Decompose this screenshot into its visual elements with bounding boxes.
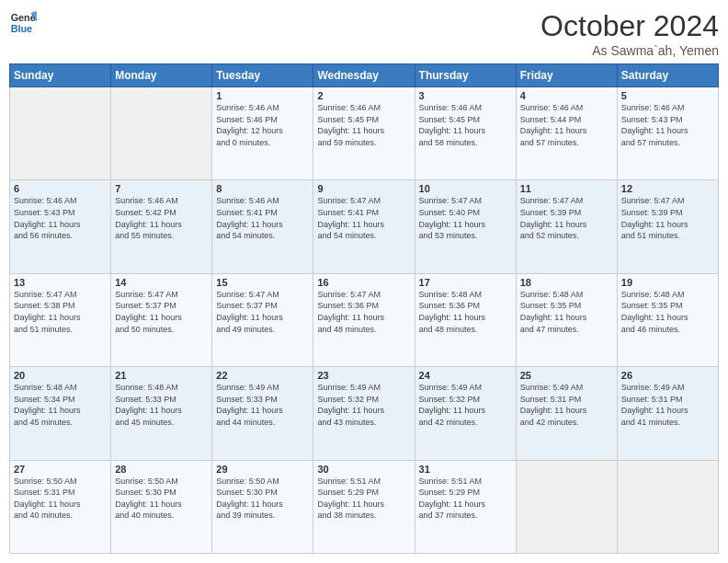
table-row: 6Sunrise: 5:46 AM Sunset: 5:43 PM Daylig… (10, 180, 111, 273)
day-number: 5 (621, 90, 714, 101)
day-info: Sunrise: 5:49 AM Sunset: 5:32 PM Dayligh… (317, 382, 410, 428)
table-row: 21Sunrise: 5:48 AM Sunset: 5:33 PM Dayli… (111, 367, 212, 460)
day-number: 31 (419, 464, 512, 475)
day-number: 4 (520, 90, 613, 101)
week-row-3: 13Sunrise: 5:47 AM Sunset: 5:38 PM Dayli… (10, 273, 719, 366)
day-info: Sunrise: 5:47 AM Sunset: 5:38 PM Dayligh… (14, 289, 107, 335)
logo: General Blue (9, 9, 37, 37)
day-info: Sunrise: 5:49 AM Sunset: 5:32 PM Dayligh… (419, 382, 512, 428)
table-row: 20Sunrise: 5:48 AM Sunset: 5:34 PM Dayli… (10, 367, 111, 460)
day-number: 1 (216, 90, 309, 101)
table-row: 9Sunrise: 5:47 AM Sunset: 5:41 PM Daylig… (313, 180, 415, 273)
day-number: 3 (419, 90, 512, 101)
week-row-2: 6Sunrise: 5:46 AM Sunset: 5:43 PM Daylig… (10, 180, 719, 273)
table-row: 4Sunrise: 5:46 AM Sunset: 5:44 PM Daylig… (516, 87, 617, 180)
table-row: 25Sunrise: 5:49 AM Sunset: 5:31 PM Dayli… (516, 367, 617, 460)
day-number: 25 (520, 370, 613, 381)
day-number: 19 (621, 277, 714, 288)
table-row: 22Sunrise: 5:49 AM Sunset: 5:33 PM Dayli… (212, 367, 313, 460)
day-info: Sunrise: 5:47 AM Sunset: 5:36 PM Dayligh… (317, 289, 410, 335)
day-number: 18 (520, 277, 613, 288)
day-info: Sunrise: 5:47 AM Sunset: 5:41 PM Dayligh… (317, 195, 410, 241)
day-info: Sunrise: 5:50 AM Sunset: 5:30 PM Dayligh… (216, 476, 309, 522)
table-row: 8Sunrise: 5:46 AM Sunset: 5:41 PM Daylig… (212, 180, 313, 273)
day-number: 24 (419, 370, 512, 381)
day-number: 13 (14, 277, 107, 288)
day-info: Sunrise: 5:50 AM Sunset: 5:31 PM Dayligh… (14, 476, 107, 522)
table-row: 26Sunrise: 5:49 AM Sunset: 5:31 PM Dayli… (617, 367, 718, 460)
day-info: Sunrise: 5:46 AM Sunset: 5:41 PM Dayligh… (216, 195, 309, 241)
day-info: Sunrise: 5:46 AM Sunset: 5:43 PM Dayligh… (621, 102, 714, 148)
table-row: 18Sunrise: 5:48 AM Sunset: 5:35 PM Dayli… (516, 273, 617, 366)
day-number: 8 (216, 183, 309, 194)
title-block: October 2024 As Sawma`ah, Yemen (540, 9, 719, 58)
day-number: 10 (419, 183, 512, 194)
calendar-table: Sunday Monday Tuesday Wednesday Thursday… (9, 63, 719, 554)
day-info: Sunrise: 5:49 AM Sunset: 5:31 PM Dayligh… (621, 382, 714, 428)
month-title: October 2024 (540, 9, 719, 43)
day-info: Sunrise: 5:48 AM Sunset: 5:34 PM Dayligh… (14, 382, 107, 428)
day-number: 11 (520, 183, 613, 194)
day-info: Sunrise: 5:46 AM Sunset: 5:45 PM Dayligh… (419, 102, 512, 148)
day-number: 16 (317, 277, 410, 288)
table-row: 24Sunrise: 5:49 AM Sunset: 5:32 PM Dayli… (415, 367, 516, 460)
day-number: 23 (317, 370, 410, 381)
table-row: 31Sunrise: 5:51 AM Sunset: 5:29 PM Dayli… (415, 460, 516, 553)
day-number: 2 (317, 90, 410, 101)
day-number: 30 (317, 464, 410, 475)
table-row: 19Sunrise: 5:48 AM Sunset: 5:35 PM Dayli… (617, 273, 718, 366)
logo-icon: General Blue (9, 9, 37, 37)
table-row (516, 460, 617, 553)
table-row: 23Sunrise: 5:49 AM Sunset: 5:32 PM Dayli… (313, 367, 415, 460)
day-info: Sunrise: 5:48 AM Sunset: 5:36 PM Dayligh… (419, 289, 512, 335)
day-number: 7 (115, 183, 208, 194)
day-number: 17 (419, 277, 512, 288)
day-number: 22 (216, 370, 309, 381)
day-number: 15 (216, 277, 309, 288)
table-row (10, 87, 111, 180)
week-row-4: 20Sunrise: 5:48 AM Sunset: 5:34 PM Dayli… (10, 367, 719, 460)
table-row: 27Sunrise: 5:50 AM Sunset: 5:31 PM Dayli… (10, 460, 111, 553)
table-row: 30Sunrise: 5:51 AM Sunset: 5:29 PM Dayli… (313, 460, 415, 553)
table-row: 17Sunrise: 5:48 AM Sunset: 5:36 PM Dayli… (415, 273, 516, 366)
day-info: Sunrise: 5:48 AM Sunset: 5:35 PM Dayligh… (621, 289, 714, 335)
col-tuesday: Tuesday (212, 64, 313, 87)
table-row: 15Sunrise: 5:47 AM Sunset: 5:37 PM Dayli… (212, 273, 313, 366)
day-info: Sunrise: 5:46 AM Sunset: 5:42 PM Dayligh… (115, 195, 208, 241)
table-row: 3Sunrise: 5:46 AM Sunset: 5:45 PM Daylig… (415, 87, 516, 180)
day-number: 9 (317, 183, 410, 194)
page-header: General Blue October 2024 As Sawma`ah, Y… (9, 9, 719, 58)
table-row (111, 87, 212, 180)
col-thursday: Thursday (415, 64, 516, 87)
day-number: 20 (14, 370, 107, 381)
day-info: Sunrise: 5:47 AM Sunset: 5:37 PM Dayligh… (216, 289, 309, 335)
table-row: 12Sunrise: 5:47 AM Sunset: 5:39 PM Dayli… (617, 180, 718, 273)
day-info: Sunrise: 5:47 AM Sunset: 5:39 PM Dayligh… (520, 195, 613, 241)
day-number: 27 (14, 464, 107, 475)
table-row: 13Sunrise: 5:47 AM Sunset: 5:38 PM Dayli… (10, 273, 111, 366)
location: As Sawma`ah, Yemen (540, 43, 719, 58)
day-info: Sunrise: 5:51 AM Sunset: 5:29 PM Dayligh… (419, 476, 512, 522)
day-info: Sunrise: 5:46 AM Sunset: 5:45 PM Dayligh… (317, 102, 410, 148)
table-row: 16Sunrise: 5:47 AM Sunset: 5:36 PM Dayli… (313, 273, 415, 366)
table-row: 10Sunrise: 5:47 AM Sunset: 5:40 PM Dayli… (415, 180, 516, 273)
day-number: 12 (621, 183, 714, 194)
table-row: 1Sunrise: 5:46 AM Sunset: 5:46 PM Daylig… (212, 87, 313, 180)
day-number: 26 (621, 370, 714, 381)
calendar-header-row: Sunday Monday Tuesday Wednesday Thursday… (10, 64, 719, 87)
day-info: Sunrise: 5:46 AM Sunset: 5:46 PM Dayligh… (216, 102, 309, 148)
day-number: 6 (14, 183, 107, 194)
col-saturday: Saturday (617, 64, 718, 87)
table-row: 28Sunrise: 5:50 AM Sunset: 5:30 PM Dayli… (111, 460, 212, 553)
day-info: Sunrise: 5:48 AM Sunset: 5:33 PM Dayligh… (115, 382, 208, 428)
day-info: Sunrise: 5:51 AM Sunset: 5:29 PM Dayligh… (317, 476, 410, 522)
day-number: 14 (115, 277, 208, 288)
day-number: 28 (115, 464, 208, 475)
col-wednesday: Wednesday (313, 64, 415, 87)
col-sunday: Sunday (10, 64, 111, 87)
day-info: Sunrise: 5:50 AM Sunset: 5:30 PM Dayligh… (115, 476, 208, 522)
day-info: Sunrise: 5:47 AM Sunset: 5:39 PM Dayligh… (621, 195, 714, 241)
col-monday: Monday (111, 64, 212, 87)
table-row: 14Sunrise: 5:47 AM Sunset: 5:37 PM Dayli… (111, 273, 212, 366)
table-row (617, 460, 718, 553)
